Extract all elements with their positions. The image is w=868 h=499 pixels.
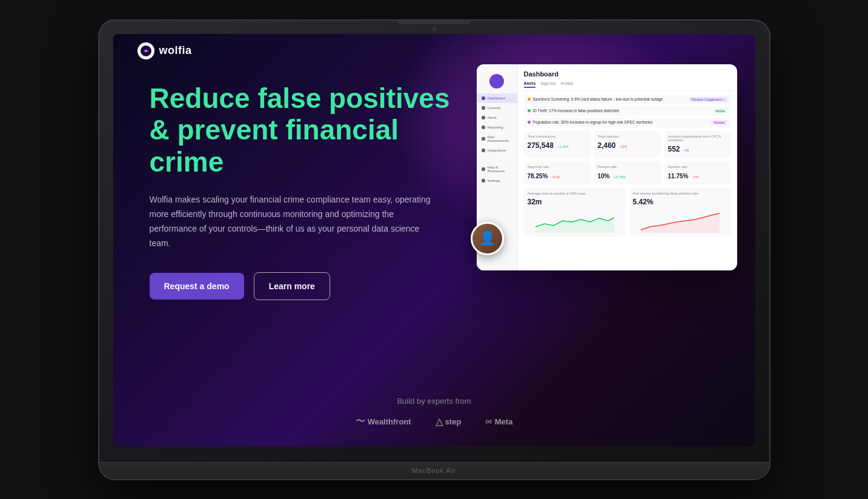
avatar-face: 👤 bbox=[472, 224, 502, 253]
laptop-frame: wolfia Reduce false positives & prevent … bbox=[98, 19, 770, 480]
alert-dot-purple bbox=[528, 121, 531, 124]
stat-transactions-value: 275,548 +1,424 bbox=[528, 139, 587, 150]
stat-signups: Total signups 2,460 -204 bbox=[594, 131, 661, 158]
avatar-bubble: 👤 bbox=[471, 222, 504, 255]
brand-meta: ∞ Meta bbox=[485, 416, 512, 427]
sidebar-item-settings[interactable]: Settings bbox=[477, 176, 517, 186]
sparkline-sar bbox=[528, 209, 622, 233]
brand-step: △ step bbox=[436, 416, 462, 427]
request-demo-button[interactable]: Request a demo bbox=[150, 273, 244, 300]
integrations-icon bbox=[482, 149, 485, 152]
db-main-content: Dashboard Alerts Sign-ins Invited Sancti… bbox=[518, 64, 737, 270]
alert-badge-2: Active bbox=[714, 109, 727, 113]
sidebar-settings-label: Settings bbox=[488, 179, 501, 183]
sidebar-item-dashboard[interactable]: Dashboard bbox=[477, 93, 517, 103]
sidebar-item-controls[interactable]: Controls bbox=[477, 103, 517, 113]
laptop-notch bbox=[398, 21, 471, 24]
decline-rate-label: Decline rate bbox=[668, 165, 727, 169]
alert-review-btn-1[interactable]: Review Suggestion › bbox=[689, 97, 727, 102]
alert-dot-warning bbox=[528, 98, 531, 101]
dashboard-icon bbox=[482, 96, 485, 100]
alert-row-3: Population risk: 30% increase in signup … bbox=[524, 118, 731, 127]
built-by-text: Build by experts from bbox=[397, 397, 471, 406]
stat-signups-value: 2,460 -204 bbox=[598, 139, 657, 150]
db-rates-row: Approval rate 78.25% -0.01 Review rate 1… bbox=[524, 161, 731, 184]
bottom-section: Build by experts from 〜 Wealthfront △ st… bbox=[113, 397, 755, 428]
svg-marker-1 bbox=[535, 218, 614, 233]
stat-approval-rate: Approval rate 78.25% -0.01 bbox=[524, 161, 591, 184]
alert-text-3: Population risk: 30% increase in signup … bbox=[533, 120, 707, 124]
navbar: wolfia bbox=[113, 34, 755, 68]
alerts-icon bbox=[482, 116, 485, 119]
brand-wealthfront: 〜 Wealthfront bbox=[356, 415, 411, 428]
review-rate-value: 10% +0.75% bbox=[598, 170, 657, 181]
tab-signins[interactable]: Sign-ins bbox=[540, 81, 555, 88]
stat-signups-label: Total signups bbox=[598, 135, 657, 138]
brand-logos: 〜 Wealthfront △ step ∞ Meta bbox=[356, 415, 513, 428]
laptop-model-label: MacBook Air bbox=[412, 467, 456, 474]
step-icon: △ bbox=[436, 416, 443, 427]
sidebar-alerts-label: Alerts bbox=[488, 116, 497, 119]
db-sidebar-logo bbox=[489, 74, 504, 89]
stat-transactions: Total transactions 275,548 +1,424 bbox=[524, 131, 591, 158]
alert-row-2: ID Theft: 17% increase in false positive… bbox=[524, 106, 731, 116]
approval-rate-value: 78.25% -0.01 bbox=[528, 170, 587, 181]
sidebar-item-integrations[interactable]: Integrations bbox=[477, 146, 517, 155]
stat-decline-rate: Decline rate 11.75% -2% bbox=[664, 161, 731, 184]
reporting-icon bbox=[482, 126, 485, 129]
alert-text-2: ID Theft: 17% increase in false positive… bbox=[533, 109, 709, 113]
chart-sar-label: Average time to resolve a SAR case bbox=[528, 192, 622, 195]
step-label: step bbox=[445, 417, 462, 426]
logo: wolfia bbox=[137, 42, 192, 59]
svg-marker-2 bbox=[641, 213, 720, 233]
alert-dot-success bbox=[528, 109, 531, 112]
hero-description: Wolfia makes scaling your financial crim… bbox=[150, 193, 440, 250]
sidebar-item-reporting[interactable]: Reporting bbox=[477, 122, 517, 132]
chart-fp-label: Anti-money laundering false positive rat… bbox=[633, 192, 727, 195]
stat-registrations-value: 552 -45 bbox=[668, 143, 727, 154]
sidebar-item-help[interactable]: Help & Resources bbox=[477, 162, 517, 176]
db-charts-row: Average time to resolve a SAR case 32m A… bbox=[524, 188, 731, 236]
settings-icon bbox=[482, 179, 485, 183]
stat-registrations-label: Account registrations from OFCA territor… bbox=[668, 135, 727, 142]
laptop-bottom-bar: MacBook Air bbox=[99, 462, 769, 479]
hero-buttons: Request a demo Learn more bbox=[150, 272, 465, 300]
tab-alerts[interactable]: Alerts bbox=[524, 81, 536, 88]
chart-sar-time: Average time to resolve a SAR case 32m bbox=[524, 188, 626, 236]
stat-review-rate: Review rate 10% +0.75% bbox=[594, 161, 661, 184]
laptop-screen: wolfia Reduce false positives & prevent … bbox=[113, 34, 755, 446]
sidebar-risk-label: Risk Assessments bbox=[488, 135, 512, 142]
sidebar-controls-label: Controls bbox=[488, 106, 501, 110]
alert-badge-3: Review bbox=[711, 120, 727, 125]
sidebar-reporting-label: Reporting bbox=[488, 126, 503, 129]
chart-fp-value: 5.42% bbox=[633, 198, 727, 206]
laptop-camera bbox=[432, 27, 437, 32]
meta-icon: ∞ bbox=[485, 416, 492, 427]
review-rate-label: Review rate bbox=[598, 165, 657, 169]
db-tabs: Alerts Sign-ins Invited bbox=[524, 81, 731, 91]
sparkline-fp bbox=[633, 209, 727, 233]
db-stats-row: Total transactions 275,548 +1,424 Total … bbox=[524, 131, 731, 158]
logo-text: wolfia bbox=[159, 44, 192, 57]
dashboard-mockup: Dashboard Controls Alerts Reporting Risk… bbox=[477, 64, 737, 270]
sidebar-dashboard-label: Dashboard bbox=[488, 96, 505, 100]
decline-rate-value: 11.75% -2% bbox=[668, 170, 727, 181]
hero-section: Reduce false positives & prevent financi… bbox=[150, 82, 465, 301]
sidebar-item-risk[interactable]: Risk Assessments bbox=[477, 132, 517, 146]
learn-more-button[interactable]: Learn more bbox=[254, 272, 330, 300]
sidebar-item-alerts[interactable]: Alerts bbox=[477, 113, 517, 122]
meta-label: Meta bbox=[495, 417, 513, 426]
alert-row-1: Sanctions Screening: 0.6% card status fa… bbox=[524, 95, 731, 104]
wealthfront-label: Wealthfront bbox=[368, 417, 411, 426]
stat-transactions-label: Total transactions bbox=[528, 135, 587, 138]
logo-icon bbox=[137, 42, 154, 59]
tab-invited[interactable]: Invited bbox=[561, 81, 574, 88]
stat-registrations: Account registrations from OFCA territor… bbox=[664, 131, 731, 158]
hero-title: Reduce false positives & prevent financi… bbox=[150, 82, 465, 179]
alert-text-1: Sanctions Screening: 0.6% card status fa… bbox=[533, 97, 687, 101]
approval-rate-label: Approval rate bbox=[528, 165, 587, 169]
chart-fp-rate: Anti-money laundering false positive rat… bbox=[629, 188, 731, 236]
chart-sar-value: 32m bbox=[528, 198, 622, 206]
help-icon bbox=[482, 167, 485, 171]
sidebar-help-label: Help & Resources bbox=[488, 166, 512, 173]
